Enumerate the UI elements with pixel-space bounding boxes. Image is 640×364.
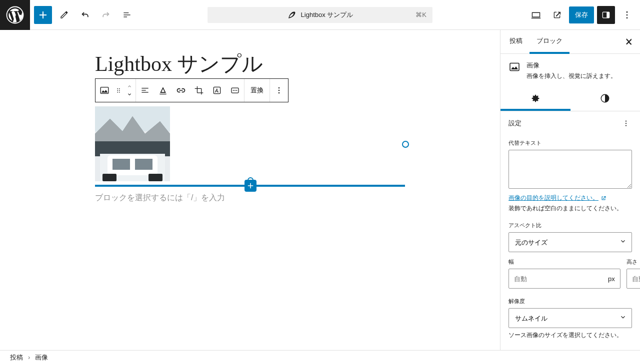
aspect-ratio-select[interactable]: 元のサイズ — [508, 232, 632, 252]
svg-point-8 — [119, 88, 120, 89]
block-more-button[interactable] — [270, 79, 288, 102]
alt-text-help: 装飾であれば空白のままにしてください。 — [508, 204, 632, 213]
add-block-button[interactable] — [34, 6, 52, 24]
caption-icon — [158, 85, 168, 95]
styles-icon — [600, 93, 610, 104]
resolution-select[interactable]: サムネイル — [508, 308, 632, 328]
insert-block-button[interactable] — [244, 180, 256, 192]
settings-sidebar: 投稿 ブロック 画像 画像を挿入し、視覚に訴えます。 設定 — [500, 30, 640, 350]
breadcrumb-root[interactable]: 投稿 — [10, 353, 23, 362]
wp-logo[interactable] — [0, 0, 30, 30]
plus-icon — [37, 9, 49, 21]
image-content — [95, 106, 170, 181]
more-horizontal-boxed-icon — [230, 85, 240, 95]
breadcrumb-separator: › — [28, 354, 30, 361]
svg-rect-26 — [148, 174, 162, 181]
svg-rect-29 — [510, 63, 519, 71]
text-overlay-button[interactable] — [208, 79, 226, 102]
view-preview-button[interactable] — [527, 6, 545, 24]
svg-point-17 — [236, 90, 237, 91]
width-input[interactable] — [509, 275, 603, 283]
styles-subtab[interactable] — [570, 87, 640, 111]
svg-point-20 — [278, 92, 280, 94]
width-unit[interactable]: px — [603, 275, 620, 283]
resolution-label: 解像度 — [508, 298, 632, 305]
settings-panel-toggle[interactable] — [597, 6, 615, 24]
pencil-icon — [59, 10, 69, 20]
external-icon — [600, 195, 606, 201]
svg-point-5 — [626, 17, 628, 18]
redo-button — [97, 6, 115, 24]
settings-subtab[interactable] — [500, 87, 570, 111]
tab-block[interactable]: ブロック — [530, 30, 570, 54]
crop-icon — [194, 85, 204, 95]
align-icon — [140, 85, 150, 95]
svg-point-7 — [117, 88, 118, 89]
height-label: 高さ — [626, 258, 640, 266]
svg-rect-13 — [214, 87, 220, 93]
svg-rect-2 — [606, 12, 609, 18]
gear-icon — [530, 93, 541, 104]
document-title-bar[interactable]: Lightbox サンプル ⌘K — [208, 7, 432, 23]
align-button[interactable] — [136, 79, 154, 102]
image-icon — [99, 85, 110, 96]
quill-icon — [287, 10, 296, 19]
image-resize-handle[interactable] — [402, 141, 409, 148]
alt-text-input[interactable] — [508, 150, 632, 189]
view-external-button[interactable] — [548, 6, 566, 24]
height-input[interactable] — [627, 275, 640, 283]
options-button[interactable] — [618, 6, 636, 24]
undo-button[interactable] — [76, 6, 94, 24]
width-label: 幅 — [508, 258, 620, 266]
caption-button[interactable] — [154, 79, 172, 102]
resolution-help: ソース画像のサイズを選択してください。 — [508, 331, 632, 340]
svg-point-9 — [117, 90, 118, 91]
post-title[interactable]: Lightbox サンプル — [95, 50, 264, 78]
redo-icon — [101, 10, 111, 20]
shortcut-hint: ⌘K — [416, 11, 426, 18]
replace-button[interactable]: 置換 — [244, 79, 270, 102]
tab-post[interactable]: 投稿 — [502, 30, 530, 54]
crop-button[interactable] — [190, 79, 208, 102]
edit-tool-button[interactable] — [55, 6, 73, 24]
link-button[interactable] — [172, 79, 190, 102]
more-vertical-icon — [274, 85, 284, 95]
desktop-icon — [530, 9, 542, 20]
sidebar-close-button[interactable] — [620, 33, 638, 51]
move-up-button[interactable] — [120, 82, 138, 90]
svg-point-33 — [626, 125, 626, 126]
block-card-description: 画像を挿入し、視覚に訴えます。 — [526, 72, 616, 80]
aspect-ratio-label: アスペクト比 — [508, 222, 632, 229]
svg-rect-28 — [135, 159, 152, 170]
svg-point-16 — [234, 90, 236, 91]
svg-point-11 — [117, 92, 118, 93]
image-block[interactable] — [95, 106, 170, 181]
svg-point-31 — [626, 120, 626, 121]
editor-canvas[interactable]: Lightbox サンプル — [0, 30, 500, 350]
block-placeholder-text[interactable]: ブロックを選択するには「/」を入力 — [95, 193, 225, 203]
breadcrumb: 投稿 › 画像 — [0, 350, 640, 364]
document-overview-button[interactable] — [118, 6, 136, 24]
svg-point-4 — [626, 14, 628, 15]
external-icon — [552, 10, 562, 20]
svg-point-12 — [119, 92, 120, 93]
breadcrumb-current[interactable]: 画像 — [35, 353, 48, 362]
svg-rect-25 — [102, 174, 116, 181]
panel-title: 設定 — [508, 119, 522, 128]
undo-icon — [80, 10, 90, 20]
more-vertical-icon — [622, 119, 630, 128]
duotone-button[interactable] — [226, 79, 244, 102]
panel-options-button[interactable] — [620, 117, 632, 129]
svg-point-3 — [626, 11, 628, 12]
alt-text-help-link[interactable]: 画像の目的を説明してください。 — [508, 194, 632, 202]
more-vertical-icon — [622, 10, 632, 20]
svg-point-32 — [626, 123, 626, 124]
block-type-button[interactable] — [96, 79, 114, 102]
svg-point-19 — [278, 90, 280, 91]
save-button[interactable]: 保存 — [569, 6, 594, 23]
block-toolbar: 置換 — [95, 78, 288, 102]
sidebar-icon — [601, 10, 611, 20]
document-title: Lightbox サンプル — [301, 10, 354, 19]
block-card-icon — [508, 61, 520, 73]
chevron-down-icon — [126, 91, 132, 97]
